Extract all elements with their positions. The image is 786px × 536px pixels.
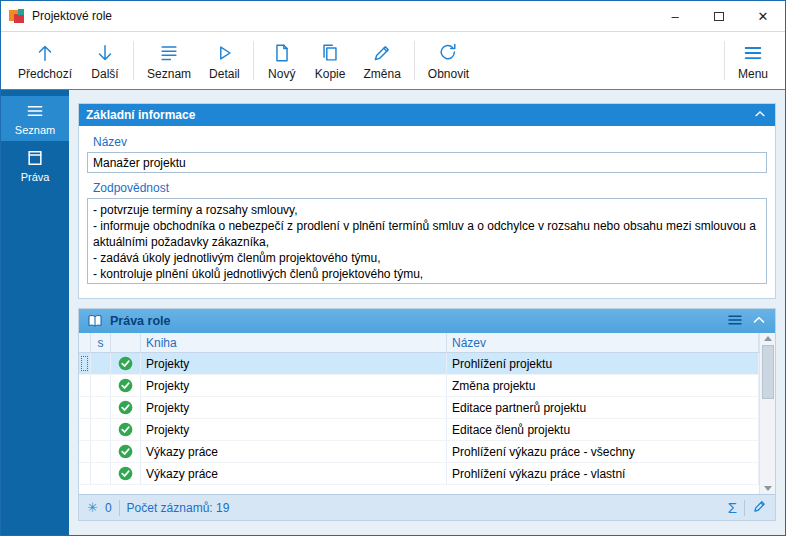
- column-header-indicator: [79, 333, 91, 352]
- toolbar-separator: [414, 41, 415, 80]
- cell-kniha: Projekty: [141, 419, 447, 440]
- toolbar-spacer: [478, 32, 720, 89]
- refresh-button[interactable]: Obnovit: [419, 32, 478, 89]
- hamburger-icon: [726, 311, 744, 329]
- name-input[interactable]: [87, 152, 767, 173]
- collapse-button[interactable]: [750, 311, 768, 332]
- row-indicator: [79, 353, 91, 374]
- cell-nazev: Prohlížení výkazu práce - všechny: [447, 441, 759, 462]
- basic-info-body: Název Zodpovědnost - potvrzuje termíny a…: [79, 126, 775, 298]
- grid-header-row: s Kniha Název: [79, 333, 759, 353]
- chevron-up-icon: [752, 106, 768, 122]
- sidebar: Seznam Práva: [1, 90, 69, 535]
- cell-nazev: Editace členů projektu: [447, 419, 759, 440]
- responsibility-label: Zodpovědnost: [93, 181, 767, 195]
- current-row-marker: [81, 356, 88, 371]
- arrow-down-icon: [94, 42, 116, 64]
- cell-kniha: Výkazy práce: [141, 463, 447, 484]
- toolbar-separator: [133, 41, 134, 80]
- responsibility-textarea[interactable]: - potvrzuje termíny a rozsahy smlouvy, -…: [87, 198, 767, 284]
- table-row[interactable]: Výkazy práce Prohlížení výkazu práce - v…: [79, 463, 759, 485]
- sum-icon[interactable]: Σ: [728, 500, 737, 515]
- flag-icon[interactable]: ✳: [87, 501, 98, 514]
- close-button[interactable]: ✕: [741, 1, 785, 31]
- table-row[interactable]: Výkazy práce Prohlížení výkazu práce - v…: [79, 441, 759, 463]
- menu-button[interactable]: Menu: [729, 32, 777, 89]
- rights-header: Práva role: [79, 309, 775, 333]
- cell-kniha: Výkazy práce: [141, 441, 447, 462]
- sidebar-item-prava[interactable]: Práva: [1, 143, 69, 188]
- grid-statusbar: ✳ 0 Počet záznamů: 19 Σ: [79, 494, 775, 520]
- table-row[interactable]: Projekty Editace partnerů projektu: [79, 397, 759, 419]
- sidebar-item-seznam[interactable]: Seznam: [1, 96, 69, 141]
- edit-icon[interactable]: [752, 499, 767, 517]
- cell-nazev: Prohlížení výkazu práce - vlastní: [447, 463, 759, 484]
- column-header-status[interactable]: [111, 333, 141, 352]
- maximize-icon: [714, 12, 724, 21]
- scroll-down-icon[interactable]: [764, 486, 772, 491]
- section-title: Práva role: [110, 314, 170, 328]
- vertical-scrollbar[interactable]: [759, 333, 775, 494]
- check-icon: [118, 356, 133, 371]
- check-icon: [118, 378, 133, 393]
- table-row[interactable]: Projekty Změna projektu: [79, 375, 759, 397]
- hamburger-icon: [742, 42, 764, 64]
- edit-button[interactable]: Změna: [354, 32, 409, 89]
- pencil-icon: [371, 42, 393, 64]
- play-outline-icon: [213, 42, 235, 64]
- chevron-up-icon: [750, 311, 768, 329]
- new-document-icon: [271, 42, 293, 64]
- app-icon: [9, 8, 25, 24]
- maximize-button[interactable]: [697, 1, 741, 31]
- detail-button[interactable]: Detail: [200, 32, 249, 89]
- column-header-nazev[interactable]: Název: [447, 333, 759, 352]
- name-label: Název: [93, 135, 767, 149]
- window-title: Projektové role: [32, 9, 653, 23]
- table-row[interactable]: Projekty Prohlížení projektu: [79, 353, 759, 375]
- toolbar-separator: [253, 41, 254, 80]
- titlebar: Projektové role – ✕: [1, 1, 785, 31]
- scroll-up-icon[interactable]: [764, 336, 772, 341]
- table-row[interactable]: Projekty Editace členů projektu: [79, 419, 759, 441]
- grid-empty-area: [79, 485, 759, 494]
- copy-button[interactable]: Kopie: [306, 32, 355, 89]
- cell-kniha: Projekty: [141, 397, 447, 418]
- section-title: Základní informace: [86, 108, 195, 122]
- toolbar-separator: [724, 41, 725, 80]
- record-count: Počet záznamů: 19: [127, 501, 230, 515]
- list-icon: [158, 42, 180, 64]
- main-content: Základní informace Název Zodpovědnost - …: [69, 90, 785, 535]
- cell-kniha: Projekty: [141, 375, 447, 396]
- arrow-up-icon: [34, 42, 56, 64]
- next-button[interactable]: Další: [81, 32, 129, 89]
- basic-info-header: Základní informace: [79, 104, 775, 126]
- flag-count: 0: [105, 501, 112, 515]
- cell-nazev: Změna projektu: [447, 375, 759, 396]
- refresh-icon: [437, 42, 459, 64]
- statusbar-divider: [744, 500, 745, 516]
- scrollbar-thumb[interactable]: [762, 345, 774, 399]
- statusbar-divider: [119, 500, 120, 516]
- row-indicator: [79, 397, 91, 418]
- row-indicator: [79, 441, 91, 462]
- cell-kniha: Projekty: [141, 353, 447, 374]
- check-icon: [118, 400, 133, 415]
- list-icon: [25, 101, 45, 121]
- toolbar: Předchozí Další Seznam Detail Nový Kopie…: [1, 31, 785, 90]
- grid-menu-button[interactable]: [726, 311, 744, 332]
- book-icon: [86, 312, 104, 330]
- cell-nazev: Prohlížení projektu: [447, 353, 759, 374]
- column-header-kniha[interactable]: Kniha: [141, 333, 447, 352]
- rights-grid: s Kniha Název Projekty Prohlížení projek…: [79, 333, 775, 494]
- basic-info-section: Základní informace Název Zodpovědnost - …: [78, 103, 776, 299]
- collapse-button[interactable]: [752, 106, 768, 125]
- check-icon: [118, 422, 133, 437]
- column-header-s[interactable]: s: [91, 333, 111, 352]
- row-indicator: [79, 463, 91, 484]
- previous-button[interactable]: Předchozí: [9, 32, 81, 89]
- cell-nazev: Editace partnerů projektu: [447, 397, 759, 418]
- new-button[interactable]: Nový: [258, 32, 306, 89]
- minimize-button[interactable]: –: [653, 1, 697, 31]
- list-button[interactable]: Seznam: [138, 32, 200, 89]
- copy-icon: [319, 42, 341, 64]
